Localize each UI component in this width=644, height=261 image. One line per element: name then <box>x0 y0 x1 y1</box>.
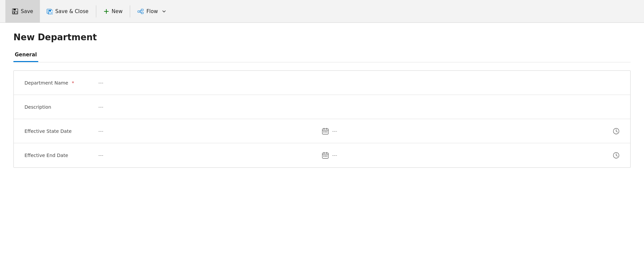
svg-rect-12 <box>141 12 143 14</box>
new-label: New <box>112 8 123 14</box>
tab-general-label: General <box>15 52 37 58</box>
effective-state-time-input[interactable] <box>332 128 399 134</box>
effective-end-date-calendar-icon[interactable] <box>322 152 329 159</box>
description-row: Description <box>14 95 630 119</box>
description-label: Description <box>24 104 98 110</box>
toolbar: Save Save & Close New Flow <box>0 0 644 23</box>
svg-rect-20 <box>325 132 326 133</box>
effective-end-date-left: Effective End Date <box>24 153 322 158</box>
svg-rect-30 <box>325 156 326 157</box>
effective-end-date-clock-icon[interactable] <box>613 152 620 159</box>
department-name-required: * <box>72 80 74 86</box>
effective-end-date-right <box>322 152 620 159</box>
flow-label: Flow <box>146 8 158 14</box>
svg-rect-31 <box>326 156 327 157</box>
save-close-button[interactable]: Save & Close <box>40 0 95 23</box>
toolbar-divider-1 <box>96 5 96 17</box>
form-container: Department Name * Description Effective … <box>13 70 631 168</box>
svg-line-24 <box>616 131 618 132</box>
effective-end-time-input[interactable] <box>332 153 399 158</box>
svg-rect-11 <box>141 9 143 11</box>
toolbar-divider-2 <box>130 5 130 17</box>
effective-state-date-clock-icon[interactable] <box>613 128 620 135</box>
svg-rect-21 <box>326 132 327 133</box>
effective-state-date-time-controls <box>613 128 620 135</box>
flow-button[interactable]: Flow <box>131 0 172 23</box>
department-name-row: Department Name * <box>14 71 630 95</box>
department-name-label: Department Name * <box>24 80 98 86</box>
save-label: Save <box>21 8 33 14</box>
svg-line-34 <box>616 155 618 156</box>
new-button[interactable]: New <box>97 0 129 23</box>
flow-icon <box>138 8 144 14</box>
svg-rect-10 <box>138 11 140 12</box>
svg-rect-3 <box>14 12 15 13</box>
save-button[interactable]: Save <box>5 0 40 23</box>
effective-state-date-right <box>322 128 620 135</box>
tab-general[interactable]: General <box>13 52 38 62</box>
tabs: General <box>13 52 631 62</box>
svg-rect-1 <box>13 9 16 10</box>
effective-state-date-calendar-icon[interactable] <box>322 128 329 135</box>
effective-state-date-left: Effective State Date <box>24 128 322 134</box>
svg-line-14 <box>140 11 141 13</box>
main-content: New Department General Department Name *… <box>0 23 644 177</box>
new-icon <box>104 9 109 14</box>
save-icon <box>12 8 18 14</box>
effective-state-date-input[interactable] <box>98 128 165 134</box>
department-name-input[interactable] <box>98 80 199 86</box>
effective-state-date-row: Effective State Date <box>14 119 630 143</box>
svg-rect-19 <box>323 132 324 133</box>
effective-state-date-label: Effective State Date <box>24 128 98 134</box>
save-close-label: Save & Close <box>55 8 89 14</box>
svg-rect-6 <box>49 10 51 11</box>
svg-rect-29 <box>323 156 324 157</box>
save-close-icon <box>47 8 53 14</box>
effective-end-date-time-controls <box>613 152 620 159</box>
chevron-down-icon <box>162 9 166 13</box>
svg-line-13 <box>140 10 141 11</box>
effective-end-date-row: Effective End Date <box>14 143 630 167</box>
page-title: New Department <box>13 32 631 42</box>
effective-end-date-input[interactable] <box>98 153 165 158</box>
effective-end-date-label: Effective End Date <box>24 153 98 158</box>
description-input[interactable] <box>98 104 199 110</box>
